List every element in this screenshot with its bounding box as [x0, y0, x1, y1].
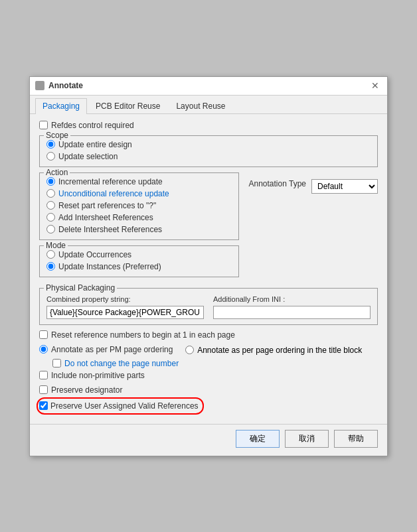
action-option-5: Delete Intersheet References: [46, 225, 232, 234]
scope-radio-2[interactable]: [46, 152, 55, 161]
combined-property-col: Combined property string:: [46, 295, 204, 319]
physical-packaging-label: Physical Packaging: [44, 283, 117, 293]
cancel-button[interactable]: 取消: [285, 430, 329, 448]
mode-radio-1[interactable]: [46, 250, 55, 259]
scope-option-1: Update entire design: [46, 140, 371, 149]
include-non-primitive-row: Include non-primitive parts: [39, 371, 378, 380]
confirm-button[interactable]: 确定: [236, 430, 280, 448]
window-title: Annotate: [48, 81, 83, 90]
action-radio-1[interactable]: [46, 177, 55, 186]
mode-group-label: Mode: [44, 241, 68, 250]
scope-group-label: Scope: [44, 131, 70, 140]
action-option-4: Add Intersheet References: [46, 213, 232, 222]
preserve-designator-label: Preserve designator: [51, 385, 122, 395]
preserve-user-assigned-checkbox[interactable]: [39, 401, 48, 410]
tab-layout-reuse[interactable]: Layout Reuse: [169, 98, 232, 113]
close-button[interactable]: ✕: [369, 79, 382, 92]
no-page-number-label: Do not change the page number: [64, 359, 179, 368]
annotate-pm-radio[interactable]: [39, 345, 48, 354]
tab-packaging[interactable]: Packaging: [35, 98, 87, 114]
action-radio-3[interactable]: [46, 201, 55, 210]
mode-option-1: Update Occurrences: [46, 250, 232, 259]
no-page-number-row: Do not change the page number: [52, 359, 179, 368]
reset-reference-checkbox[interactable]: [39, 330, 48, 339]
action-option-3: Reset part references to "?": [46, 201, 232, 210]
reset-reference-label: Reset reference numbers to begin at 1 in…: [51, 330, 235, 340]
tab-bar: Packaging PCB Editor Reuse Layout Reuse: [30, 96, 387, 114]
annotation-type-select[interactable]: Default: [311, 179, 378, 194]
physical-packaging-group: Physical Packaging Combined property str…: [39, 288, 378, 325]
ini-input[interactable]: [213, 306, 371, 319]
annotation-type-label: Annotation Type: [248, 179, 306, 188]
preserve-user-assigned-highlighted: Preserve User Assigned Valid References: [39, 400, 201, 412]
annotate-pm-section: Annotate as per PM page ordering Do not …: [39, 345, 179, 368]
mode-radio-2[interactable]: [46, 262, 55, 271]
annotate-title-radio[interactable]: [185, 346, 194, 354]
ini-col: Additionally From INI :: [213, 295, 371, 319]
annotate-title-label: Annotate as per page ordering in the tit…: [197, 346, 362, 355]
action-radio-4[interactable]: [46, 213, 55, 222]
refdes-control-row: Refdes control required: [39, 121, 378, 130]
preserve-user-assigned-label: Preserve User Assigned Valid References: [48, 400, 201, 412]
action-option-2: Unconditional reference update: [46, 189, 232, 198]
physical-packaging-row: Combined property string: Additionally F…: [46, 295, 371, 319]
action-group-label: Action: [44, 168, 70, 177]
combined-property-input[interactable]: [46, 306, 204, 319]
combined-property-label: Combined property string:: [46, 295, 204, 303]
annotation-type-section: Annotation Type Default: [248, 172, 378, 283]
preserve-user-assigned-row: Preserve User Assigned Valid References: [39, 400, 201, 412]
dialog-footer: 确定 取消 帮助: [30, 424, 387, 456]
annotate-dialog: Annotate ✕ Packaging PCB Editor Reuse La…: [29, 76, 388, 456]
action-group: Action Incremental reference update Unco…: [39, 172, 239, 240]
include-non-primitive-label: Include non-primitive parts: [51, 371, 145, 380]
scope-group: Scope Update entire design Update select…: [39, 135, 378, 167]
preserve-designator-checkbox[interactable]: [39, 385, 48, 394]
mode-option-2: Update Instances (Preferred): [46, 262, 232, 271]
mode-group: Mode Update Occurrences Update Instances…: [39, 245, 239, 277]
dialog-content: Refdes control required Scope Update ent…: [30, 114, 387, 424]
help-button[interactable]: 帮助: [334, 430, 378, 448]
window-icon: [35, 81, 44, 90]
include-non-primitive-checkbox[interactable]: [39, 371, 48, 379]
reset-reference-row: Reset reference numbers to begin at 1 in…: [39, 330, 378, 340]
annotate-pm-row: Annotate as per PM page ordering: [39, 345, 179, 354]
action-option-1: Incremental reference update: [46, 177, 232, 186]
action-radio-5[interactable]: [46, 225, 55, 233]
scope-option-2: Update selection: [46, 152, 371, 161]
preserve-designator-row: Preserve designator: [39, 385, 378, 395]
tab-pcb-editor-reuse[interactable]: PCB Editor Reuse: [88, 98, 167, 113]
refdes-control-label: Refdes control required: [51, 121, 134, 130]
refdes-control-checkbox[interactable]: [39, 121, 48, 129]
ini-label: Additionally From INI :: [213, 295, 371, 303]
no-page-number-checkbox[interactable]: [52, 359, 61, 367]
action-annotation-row: Action Incremental reference update Unco…: [39, 172, 378, 283]
title-bar: Annotate ✕: [30, 77, 387, 96]
scope-radio-1[interactable]: [46, 140, 55, 149]
action-radio-2[interactable]: [46, 189, 55, 198]
